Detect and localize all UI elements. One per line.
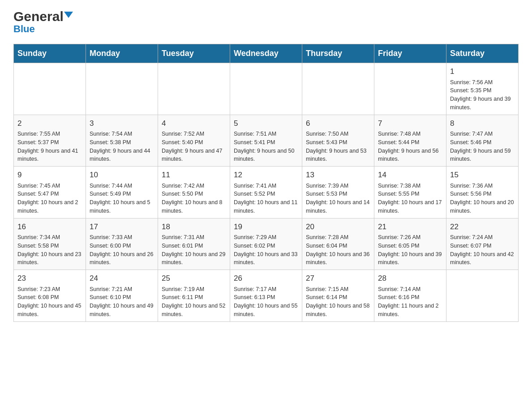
day-info: Sunrise: 7:51 AM Sunset: 5:41 PM Dayligh…: [234, 130, 298, 163]
calendar-day: 15Sunrise: 7:36 AM Sunset: 5:56 PM Dayli…: [446, 167, 519, 218]
day-number: 12: [234, 169, 298, 181]
calendar-day: 27Sunrise: 7:15 AM Sunset: 6:14 PM Dayli…: [302, 270, 374, 322]
calendar-day: [374, 63, 446, 115]
day-number: 1: [450, 66, 515, 77]
calendar-day: 28Sunrise: 7:14 AM Sunset: 6:16 PM Dayli…: [374, 270, 446, 322]
calendar-week-3: 9Sunrise: 7:45 AM Sunset: 5:47 PM Daylig…: [14, 167, 519, 218]
header-wednesday: Wednesday: [230, 44, 302, 63]
page-header: General Blue: [13, 9, 519, 35]
header-saturday: Saturday: [446, 44, 519, 63]
day-number: 28: [378, 273, 442, 284]
logo-blue-label: Blue: [13, 23, 35, 35]
calendar-day: 16Sunrise: 7:34 AM Sunset: 5:58 PM Dayli…: [14, 218, 86, 270]
day-number: 26: [234, 273, 298, 284]
calendar-day: 8Sunrise: 7:47 AM Sunset: 5:46 PM Daylig…: [446, 115, 519, 167]
calendar-day: [230, 63, 302, 115]
day-info: Sunrise: 7:23 AM Sunset: 6:08 PM Dayligh…: [17, 285, 82, 319]
calendar-day: 18Sunrise: 7:31 AM Sunset: 6:01 PM Dayli…: [158, 218, 230, 270]
day-info: Sunrise: 7:50 AM Sunset: 5:43 PM Dayligh…: [306, 130, 370, 163]
day-info: Sunrise: 7:24 AM Sunset: 6:07 PM Dayligh…: [450, 233, 515, 267]
calendar-day: 7Sunrise: 7:48 AM Sunset: 5:44 PM Daylig…: [374, 115, 446, 167]
calendar-day: 4Sunrise: 7:52 AM Sunset: 5:40 PM Daylig…: [158, 115, 230, 167]
calendar-day: 2Sunrise: 7:55 AM Sunset: 5:37 PM Daylig…: [14, 115, 86, 167]
calendar-day: [86, 63, 158, 115]
day-number: 4: [162, 118, 226, 129]
day-info: Sunrise: 7:45 AM Sunset: 5:47 PM Dayligh…: [17, 182, 82, 215]
day-number: 27: [306, 273, 370, 284]
day-number: 10: [90, 169, 154, 181]
calendar-header-row: Sunday Monday Tuesday Wednesday Thursday…: [14, 44, 519, 63]
calendar-day: 14Sunrise: 7:38 AM Sunset: 5:55 PM Dayli…: [374, 167, 446, 218]
calendar-day: [446, 270, 519, 322]
calendar-day: 24Sunrise: 7:21 AM Sunset: 6:10 PM Dayli…: [86, 270, 158, 322]
day-number: 19: [234, 221, 298, 233]
calendar-day: 17Sunrise: 7:33 AM Sunset: 6:00 PM Dayli…: [86, 218, 158, 270]
day-number: 8: [450, 118, 515, 129]
header-tuesday: Tuesday: [158, 44, 230, 63]
calendar-week-1: 1Sunrise: 7:56 AM Sunset: 5:35 PM Daylig…: [14, 63, 519, 115]
header-sunday: Sunday: [14, 44, 86, 63]
calendar-day: 20Sunrise: 7:28 AM Sunset: 6:04 PM Dayli…: [302, 218, 374, 270]
day-info: Sunrise: 7:21 AM Sunset: 6:10 PM Dayligh…: [90, 285, 154, 319]
calendar-week-4: 16Sunrise: 7:34 AM Sunset: 5:58 PM Dayli…: [14, 218, 519, 270]
calendar-day: 3Sunrise: 7:54 AM Sunset: 5:38 PM Daylig…: [86, 115, 158, 167]
calendar-day: 21Sunrise: 7:26 AM Sunset: 6:05 PM Dayli…: [374, 218, 446, 270]
day-info: Sunrise: 7:34 AM Sunset: 5:58 PM Dayligh…: [17, 233, 82, 267]
day-info: Sunrise: 7:42 AM Sunset: 5:50 PM Dayligh…: [162, 182, 226, 215]
day-number: 7: [378, 118, 442, 129]
day-info: Sunrise: 7:17 AM Sunset: 6:13 PM Dayligh…: [234, 285, 298, 319]
calendar-day: 26Sunrise: 7:17 AM Sunset: 6:13 PM Dayli…: [230, 270, 302, 322]
header-thursday: Thursday: [302, 44, 374, 63]
day-number: 18: [162, 221, 226, 233]
calendar-day: [14, 63, 86, 115]
calendar-day: 12Sunrise: 7:41 AM Sunset: 5:52 PM Dayli…: [230, 167, 302, 218]
day-info: Sunrise: 7:19 AM Sunset: 6:11 PM Dayligh…: [162, 285, 226, 319]
day-info: Sunrise: 7:54 AM Sunset: 5:38 PM Dayligh…: [90, 130, 154, 163]
day-number: 11: [162, 169, 226, 181]
day-number: 6: [306, 118, 370, 129]
day-number: 25: [162, 273, 226, 284]
day-number: 3: [90, 118, 154, 129]
logo-general-text: General: [13, 9, 64, 24]
day-number: 14: [378, 169, 442, 181]
day-info: Sunrise: 7:15 AM Sunset: 6:14 PM Dayligh…: [306, 285, 370, 319]
calendar-day: [158, 63, 230, 115]
calendar-day: 11Sunrise: 7:42 AM Sunset: 5:50 PM Dayli…: [158, 167, 230, 218]
day-info: Sunrise: 7:48 AM Sunset: 5:44 PM Dayligh…: [378, 130, 442, 163]
calendar-day: 22Sunrise: 7:24 AM Sunset: 6:07 PM Dayli…: [446, 218, 519, 270]
day-number: 5: [234, 118, 298, 129]
day-info: Sunrise: 7:14 AM Sunset: 6:16 PM Dayligh…: [378, 285, 442, 319]
calendar-day: 23Sunrise: 7:23 AM Sunset: 6:08 PM Dayli…: [14, 270, 86, 322]
day-number: 2: [17, 118, 82, 129]
day-info: Sunrise: 7:26 AM Sunset: 6:05 PM Dayligh…: [378, 233, 442, 267]
calendar-week-5: 23Sunrise: 7:23 AM Sunset: 6:08 PM Dayli…: [14, 270, 519, 322]
calendar-day: 10Sunrise: 7:44 AM Sunset: 5:49 PM Dayli…: [86, 167, 158, 218]
day-number: 9: [17, 169, 82, 181]
header-monday: Monday: [86, 44, 158, 63]
calendar-day: 9Sunrise: 7:45 AM Sunset: 5:47 PM Daylig…: [14, 167, 86, 218]
day-info: Sunrise: 7:52 AM Sunset: 5:40 PM Dayligh…: [162, 130, 226, 163]
calendar-day: 13Sunrise: 7:39 AM Sunset: 5:53 PM Dayli…: [302, 167, 374, 218]
day-number: 20: [306, 221, 370, 233]
day-info: Sunrise: 7:38 AM Sunset: 5:55 PM Dayligh…: [378, 182, 442, 215]
day-info: Sunrise: 7:47 AM Sunset: 5:46 PM Dayligh…: [450, 130, 515, 163]
day-info: Sunrise: 7:56 AM Sunset: 5:35 PM Dayligh…: [450, 78, 515, 112]
header-friday: Friday: [374, 44, 446, 63]
calendar-day: 25Sunrise: 7:19 AM Sunset: 6:11 PM Dayli…: [158, 270, 230, 322]
day-info: Sunrise: 7:55 AM Sunset: 5:37 PM Dayligh…: [17, 130, 82, 163]
calendar-day: 1Sunrise: 7:56 AM Sunset: 5:35 PM Daylig…: [446, 63, 519, 115]
calendar-day: 6Sunrise: 7:50 AM Sunset: 5:43 PM Daylig…: [302, 115, 374, 167]
day-number: 22: [450, 221, 515, 233]
day-info: Sunrise: 7:41 AM Sunset: 5:52 PM Dayligh…: [234, 182, 298, 215]
day-number: 15: [450, 169, 515, 181]
day-info: Sunrise: 7:29 AM Sunset: 6:02 PM Dayligh…: [234, 233, 298, 267]
logo: General Blue: [13, 9, 73, 35]
calendar-week-2: 2Sunrise: 7:55 AM Sunset: 5:37 PM Daylig…: [14, 115, 519, 167]
day-info: Sunrise: 7:33 AM Sunset: 6:00 PM Dayligh…: [90, 233, 154, 267]
day-info: Sunrise: 7:31 AM Sunset: 6:01 PM Dayligh…: [162, 233, 226, 267]
day-info: Sunrise: 7:28 AM Sunset: 6:04 PM Dayligh…: [306, 233, 370, 267]
calendar-day: 19Sunrise: 7:29 AM Sunset: 6:02 PM Dayli…: [230, 218, 302, 270]
day-number: 24: [90, 273, 154, 284]
calendar-day: 5Sunrise: 7:51 AM Sunset: 5:41 PM Daylig…: [230, 115, 302, 167]
day-info: Sunrise: 7:36 AM Sunset: 5:56 PM Dayligh…: [450, 182, 515, 215]
